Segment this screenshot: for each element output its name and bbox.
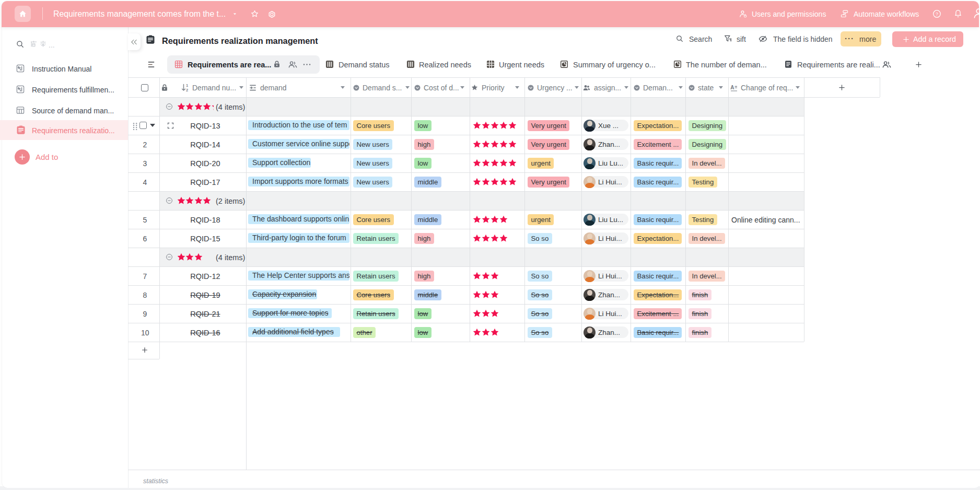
svg-text:2: 2 <box>186 88 188 92</box>
svg-text:?: ? <box>936 11 938 17</box>
svg-text:A: A <box>730 85 734 90</box>
